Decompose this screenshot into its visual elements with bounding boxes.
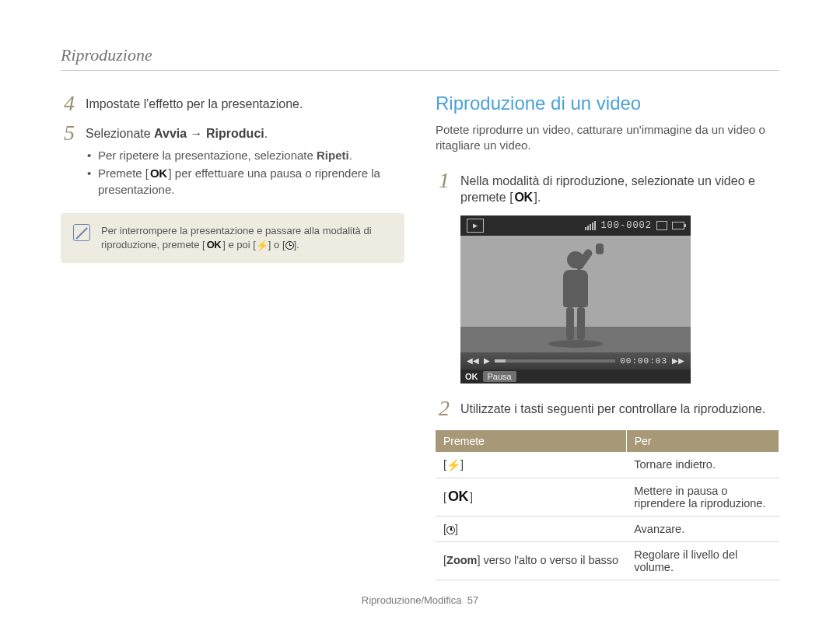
value-cell: Avanzare.: [626, 516, 779, 541]
bullet-item: Per ripetere la presentazione, seleziona…: [86, 147, 404, 163]
note-segment: ] e poi [: [222, 239, 256, 250]
table-header: Premete: [436, 430, 626, 452]
step-text: Impostate l'effetto per la presentazione…: [86, 93, 404, 114]
table-row: [Zoom] verso l'alto o verso il basso Reg…: [436, 541, 779, 580]
timer-icon: [285, 241, 294, 250]
key-cell: []: [436, 516, 626, 541]
note-text: Per interrompere la presentazione e pass…: [101, 224, 392, 252]
zoom-label: Zoom: [446, 554, 477, 566]
text-segment: Nella modalità di riproduzione, selezion…: [460, 174, 755, 205]
step-number: 4: [61, 93, 75, 114]
step-5: 5 Selezionate Avvia → Riproduci. Per rip…: [61, 122, 404, 199]
camera-topbar: ▶ 100-0002: [460, 215, 691, 236]
flash-icon: ⚡: [256, 239, 268, 253]
key-cell: [Zoom] verso l'alto o verso il basso: [436, 541, 626, 580]
step-2: 2 Utilizzate i tasti seguenti per contro…: [436, 398, 779, 419]
person-silhouette: [552, 251, 599, 345]
section-heading: Riproduzione di un video: [436, 93, 779, 114]
ok-icon: OK: [149, 165, 169, 181]
left-column: 4 Impostate l'effetto per la presentazio…: [61, 93, 404, 580]
key-cell: [OK]: [436, 478, 626, 516]
step-text: Nella modalità di riproduzione, selezion…: [460, 170, 779, 206]
bullet-text: Premete [: [98, 166, 149, 180]
note-icon: [73, 224, 90, 241]
table-row: [⚡] Tornare indietro.: [436, 452, 779, 478]
key-text: ] verso l'alto o verso il basso: [478, 554, 619, 566]
battery-icon: [672, 222, 684, 229]
bullet-bold: Ripeti: [317, 149, 349, 162]
page-number: 57: [467, 594, 478, 606]
playback-controls: ◀◀ ▶ 00:00:03 ▶▶: [460, 352, 691, 370]
text-segment: ].: [534, 191, 541, 204]
timer-icon: [446, 526, 455, 534]
value-cell: Regolare il livello del volume.: [626, 541, 779, 580]
play-icon: ▶: [484, 356, 490, 365]
camera-preview: ▶ 100-0002: [460, 215, 691, 384]
camera-status: 100-0002: [585, 220, 684, 231]
video-stage: [460, 236, 691, 352]
note-segment: ] o [: [268, 239, 285, 250]
ok-icon: OK: [465, 372, 478, 381]
bracket: ]: [470, 491, 473, 503]
play-mode-icon: ▶: [467, 219, 484, 233]
note-segment: ].: [294, 239, 299, 250]
step-text: Utilizzate i tasti seguenti per controll…: [460, 398, 779, 419]
step-number: 1: [436, 170, 450, 206]
shadow: [548, 340, 603, 348]
rewind-icon: ◀◀: [467, 356, 479, 365]
page-footer: Riproduzione/Modifica 57: [0, 594, 840, 606]
forward-icon: ▶▶: [672, 356, 684, 365]
step-4: 4 Impostate l'effetto per la presentazio…: [61, 93, 404, 114]
footer-text: Riproduzione/Modifica: [362, 594, 462, 606]
step-text: Selezionate Avvia → Riproduci. Per ripet…: [86, 122, 404, 199]
bullet-text: .: [349, 149, 352, 162]
flash-icon: ⚡: [446, 459, 460, 472]
ok-icon: OK: [446, 489, 470, 505]
intro-paragraph: Potete riprodurre un video, catturare un…: [436, 122, 779, 154]
table-row: [OK] Mettere in pausa o riprendere la ri…: [436, 478, 779, 516]
pausa-label: Pausa: [483, 371, 516, 382]
step-number: 5: [61, 122, 75, 199]
bracket: ]: [460, 458, 464, 471]
progress-bar: [495, 359, 615, 363]
file-counter: 100-0002: [600, 220, 652, 231]
table-row: [] Avanzare.: [436, 516, 779, 541]
note-box: Per interrompere la presentazione e pass…: [61, 213, 404, 263]
controls-table: Premete Per [⚡] Tornare indietro. [OK]: [436, 430, 779, 580]
signal-icon: [585, 221, 596, 230]
bracket: ]: [455, 523, 458, 535]
text-bold: Avvia → Riproduci: [154, 127, 264, 140]
value-cell: Mettere in pausa o riprendere la riprodu…: [626, 478, 779, 516]
right-column: Riproduzione di un video Potete riprodur…: [436, 93, 779, 580]
bullet-item: Premete [OK] per effettuare una pausa o …: [86, 165, 404, 198]
key-cell: [⚡]: [436, 452, 626, 478]
table-header: Per: [626, 430, 779, 452]
step-1: 1 Nella modalità di riproduzione, selezi…: [436, 170, 779, 206]
card-icon: [656, 221, 667, 230]
ok-icon: OK: [205, 238, 223, 252]
value-cell: Tornare indietro.: [626, 452, 779, 478]
ok-icon: OK: [513, 189, 534, 206]
bullet-text: Per ripetere la presentazione, seleziona…: [98, 149, 317, 162]
text-suffix: .: [264, 127, 268, 140]
step-number: 2: [436, 398, 450, 419]
timestamp: 00:00:03: [620, 356, 667, 366]
page-title: Riproduzione: [61, 45, 779, 71]
text-prefix: Selezionate: [86, 127, 154, 140]
camera-bottombar: OK Pausa: [460, 370, 691, 384]
